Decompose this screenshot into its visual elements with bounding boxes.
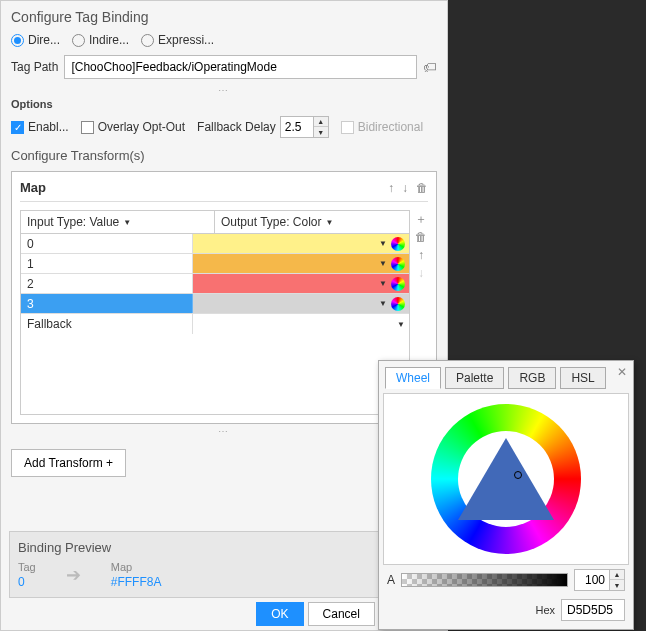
cancel-button[interactable]: Cancel [308, 602, 375, 626]
binding-type-radios: Dire... Indire... Expressi... [11, 33, 437, 47]
spinner-buttons: ▲ ▼ [610, 569, 625, 591]
hex-input[interactable] [561, 599, 625, 621]
tab-wheel[interactable]: Wheel [385, 367, 441, 389]
options-row: ✓ Enabl... Overlay Opt-Out Fallback Dela… [11, 116, 437, 138]
output-cell[interactable]: ▼ [193, 254, 409, 273]
preview-title: Binding Preview [18, 540, 430, 555]
picker-indicator[interactable] [514, 471, 522, 479]
checkbox-icon [81, 121, 94, 134]
table-row[interactable]: 0 ▼ [21, 234, 409, 254]
empty-table-area [21, 334, 409, 414]
tab-rgb[interactable]: RGB [508, 367, 556, 389]
fallback-delay-input[interactable] [280, 116, 314, 138]
hue-wheel[interactable] [431, 404, 581, 554]
radio-label: Expressi... [158, 33, 214, 47]
color-wheel-area[interactable] [383, 393, 629, 565]
tag-path-row: Tag Path 🏷 [11, 55, 437, 79]
preview-label: Map [111, 561, 162, 573]
color-picker-popup: ✕ Wheel Palette RGB HSL A ▲ ▼ Hex [378, 360, 634, 630]
input-type-dropdown[interactable]: Input Type: Value ▼ [21, 211, 215, 233]
tag-browse-icon[interactable]: 🏷 [423, 59, 437, 75]
tab-palette[interactable]: Palette [445, 367, 504, 389]
sv-triangle[interactable] [458, 438, 554, 520]
radio-label: Indire... [89, 33, 129, 47]
spinner-down-icon[interactable]: ▼ [610, 580, 624, 590]
map-table: Input Type: Value ▼ Output Type: Color ▼… [20, 210, 410, 415]
table-row[interactable]: 2 ▼ [21, 274, 409, 294]
arrow-right-icon: ➔ [66, 564, 81, 586]
alpha-input[interactable] [574, 569, 610, 591]
add-row-icon[interactable]: ＋ [414, 212, 428, 226]
add-transform-button[interactable]: Add Transform + [11, 449, 126, 477]
dropdown-icon: ▼ [326, 218, 334, 227]
dropdown-icon: ▼ [379, 279, 387, 288]
binding-preview: Binding Preview Tag 0 ➔ Map #FFFF8A [9, 531, 439, 598]
alpha-row: A ▲ ▼ [383, 565, 629, 595]
output-cell[interactable]: ▼ [193, 274, 409, 293]
dropdown-icon: ▼ [379, 299, 387, 308]
option-label: Enabl... [28, 120, 69, 134]
transform-name: Map [20, 180, 46, 195]
tab-hsl[interactable]: HSL [560, 367, 605, 389]
radio-icon [11, 34, 24, 47]
transforms-heading: Configure Transform(s) [11, 148, 437, 163]
output-cell[interactable]: ▼ [193, 234, 409, 253]
color-wheel-icon[interactable] [391, 257, 405, 271]
option-label: Overlay Opt-Out [98, 120, 185, 134]
close-icon[interactable]: ✕ [617, 365, 627, 379]
output-cell[interactable]: ▼ [193, 314, 409, 334]
option-label: Bidirectional [358, 120, 423, 134]
dropdown-icon: ▼ [397, 320, 405, 329]
input-cell[interactable]: 2 [21, 274, 193, 293]
checkbox-icon: ✓ [11, 121, 24, 134]
fallback-delay-option: Fallback Delay ▲ ▼ [197, 116, 329, 138]
tag-path-input[interactable] [64, 55, 417, 79]
resize-grip[interactable]: ⋯ [11, 85, 437, 96]
checkbox-icon [341, 121, 354, 134]
spinner-down-icon[interactable]: ▼ [314, 127, 328, 137]
radio-expression[interactable]: Expressi... [141, 33, 214, 47]
panel-title: Configure Tag Binding [11, 9, 437, 25]
resize-grip[interactable]: ⋯ [11, 426, 437, 437]
spinner-buttons: ▲ ▼ [314, 116, 329, 138]
transform-map-box: Map ↑ ↓ 🗑 Input Type: Value ▼ Output Typ… [11, 171, 437, 424]
input-cell[interactable]: 1 [21, 254, 193, 273]
color-wheel-icon[interactable] [391, 237, 405, 251]
radio-direct[interactable]: Dire... [11, 33, 60, 47]
transform-header: Map ↑ ↓ 🗑 [20, 180, 428, 202]
overlay-option[interactable]: Overlay Opt-Out [81, 120, 185, 134]
option-label: Fallback Delay [197, 120, 276, 134]
dropdown-icon: ▼ [379, 239, 387, 248]
table-row[interactable]: 1 ▼ [21, 254, 409, 274]
radio-icon [72, 34, 85, 47]
table-row-fallback[interactable]: Fallback ▼ [21, 314, 409, 334]
input-cell[interactable]: 0 [21, 234, 193, 253]
alpha-slider[interactable] [401, 573, 568, 587]
hex-row: Hex [383, 595, 629, 625]
output-cell[interactable]: ▼ [193, 294, 409, 313]
enabled-option[interactable]: ✓ Enabl... [11, 120, 69, 134]
radio-label: Dire... [28, 33, 60, 47]
picker-tabs: Wheel Palette RGB HSL [383, 365, 629, 391]
hex-label: Hex [535, 604, 555, 616]
spinner-up-icon[interactable]: ▲ [610, 570, 624, 580]
output-type-dropdown[interactable]: Output Type: Color ▼ [215, 211, 409, 233]
input-cell[interactable]: 3 [21, 294, 193, 313]
move-down-icon[interactable]: ↓ [402, 181, 408, 195]
delete-row-icon[interactable]: 🗑 [414, 230, 428, 244]
delete-transform-icon[interactable]: 🗑 [416, 181, 428, 195]
color-wheel-icon[interactable] [391, 277, 405, 291]
preview-label: Tag [18, 561, 36, 573]
color-wheel-icon[interactable] [391, 297, 405, 311]
row-down-icon[interactable]: ↓ [414, 266, 428, 280]
alpha-label: A [387, 573, 395, 587]
table-row-selected[interactable]: 3 ▼ [21, 294, 409, 314]
header-label: Output Type: Color [221, 215, 322, 229]
move-up-icon[interactable]: ↑ [388, 181, 394, 195]
row-up-icon[interactable]: ↑ [414, 248, 428, 262]
spinner-up-icon[interactable]: ▲ [314, 117, 328, 127]
ok-button[interactable]: OK [256, 602, 303, 626]
input-cell[interactable]: Fallback [21, 314, 193, 334]
radio-indirect[interactable]: Indire... [72, 33, 129, 47]
tag-path-label: Tag Path [11, 60, 58, 74]
